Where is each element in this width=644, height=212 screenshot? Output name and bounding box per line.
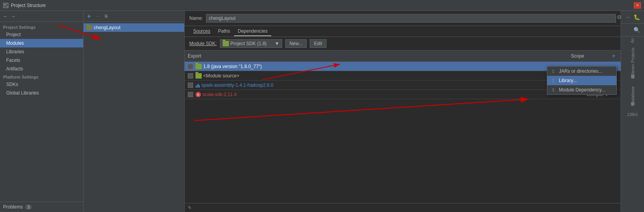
context-menu-item-jars[interactable]: 1 JARs or directories... [547, 67, 616, 76]
add-dep-button[interactable]: + [610, 52, 618, 60]
bug-icon[interactable]: 🐛 [632, 12, 642, 22]
spark-icon [195, 83, 200, 88]
sdk-bar: Module SDK: Project SDK (1.8) ▼ New... E… [185, 37, 621, 51]
menu-num-1: 1 [552, 69, 557, 74]
module-source-icon [195, 73, 202, 79]
svg-rect-3 [4, 6, 5, 7]
name-input[interactable] [206, 14, 616, 23]
database-tab[interactable]: Database [629, 83, 637, 108]
sidebar-item-global-libraries[interactable]: Global Libraries [0, 89, 83, 97]
partial-text-chinese: 目的是 [628, 80, 637, 83]
menu-num-2: 2 [552, 78, 557, 83]
close-button[interactable]: ✕ [634, 2, 641, 9]
module-sdk-label: Module SDK: [189, 41, 217, 46]
sidebar-item-artifacts[interactable]: Artifacts [0, 65, 83, 73]
sidebar-item-libraries[interactable]: Libraries [0, 47, 83, 56]
problems-badge: 3 [25, 205, 32, 210]
sidebar-item-modules[interactable]: Modules [0, 39, 83, 47]
menu-label-module-dep: Module Dependency... [559, 87, 605, 93]
svg-rect-1 [4, 4, 6, 5]
deps-header: Export Scope + [185, 51, 621, 62]
search-area: 🔍 [621, 24, 644, 37]
tab-paths[interactable]: Paths [214, 27, 234, 36]
dep-name-scala: scala-sdk-2.11.4 [202, 92, 586, 97]
scope-header: Scope [571, 53, 610, 59]
detail-tabs: Sources Paths Dependencies [185, 26, 621, 37]
copy-module-button[interactable]: ⎘ [103, 13, 109, 19]
title-bar: Project Structure ✕ [0, 0, 644, 11]
sidebar-item-sdks[interactable]: SDKs [0, 80, 83, 89]
project-settings-header: Project Settings [0, 23, 83, 30]
dep-checkbox-jdk[interactable] [188, 64, 193, 69]
arrow-icon[interactable]: → [623, 12, 632, 22]
tree-toolbar: + − ⎘ [84, 11, 184, 22]
problems-label: Problems [3, 204, 23, 210]
window-title: Project Structure [11, 3, 634, 8]
sidebar-item-facets[interactable]: Facets [0, 56, 83, 65]
tab-dependencies[interactable]: Dependencies [234, 27, 272, 36]
sdk-dropdown-arrow: ▼ [275, 41, 279, 46]
sdk-dropdown[interactable]: Project SDK (1.8) ▼ [220, 39, 282, 48]
dep-checkbox-module-source[interactable] [188, 73, 193, 79]
edit-sdk-button[interactable]: Edit [310, 39, 326, 48]
tab-sources[interactable]: Sources [189, 27, 214, 36]
edit-area: ✎ [185, 203, 621, 212]
scala-icon [195, 92, 201, 97]
detail-header: Name: [185, 11, 621, 26]
right-outer-panel: ⚙ → 🐛 🔍 An Maven Projects 目的是 Database 以… [621, 11, 644, 212]
add-module-button[interactable]: + [86, 13, 92, 19]
sidebar-toolbar: ← → [0, 11, 83, 22]
jdk-folder-icon [195, 64, 202, 69]
detail-panel: Name: Sources Paths Dependencies Module … [185, 11, 621, 212]
sidebar: ← → Project Settings Project Modules Lib… [0, 11, 84, 212]
partial-text-num: 138e1 [626, 111, 640, 118]
right-panel-content: An Maven Projects 目的是 Database 以以通 138e1 [621, 37, 644, 212]
deps-container: Export Scope + 1.8 (java version "1.8.0_… [185, 51, 621, 203]
menu-num-3: 3 [552, 88, 557, 92]
back-button[interactable]: ← [2, 13, 9, 19]
partial-text-an: An [629, 37, 636, 44]
dep-name-spark: spark-assembly-1.4.1-hadoop2.6.0 [201, 82, 586, 88]
context-menu-item-library[interactable]: 2 Library... [547, 76, 616, 85]
export-header: Export [188, 53, 571, 59]
menu-label-jars: JARs or directories... [559, 68, 602, 74]
svg-rect-2 [6, 4, 7, 5]
tree-item-label: chengLayout [94, 25, 120, 30]
maven-projects-tab[interactable]: Maven Projects [629, 44, 637, 80]
window-controls: ✕ [634, 2, 641, 9]
dep-name-jdk: 1.8 (java version "1.8.0_77") [203, 64, 586, 69]
dep-checkbox-scala[interactable] [188, 92, 193, 97]
sidebar-nav: Project Settings Project Modules Librari… [0, 22, 83, 201]
folder-icon [87, 25, 92, 30]
sdk-value: Project SDK (1.8) [230, 41, 267, 46]
sidebar-problems[interactable]: Problems 3 [0, 201, 83, 212]
search-icon[interactable]: 🔍 [632, 25, 642, 35]
platform-settings-header: Platform Settings [0, 73, 83, 80]
app-icon [3, 3, 9, 8]
edit-icon[interactable]: ✎ [188, 205, 192, 210]
tree-item-chenglayout[interactable]: chengLayout [84, 23, 184, 32]
forward-button[interactable]: → [10, 13, 16, 19]
svg-rect-4 [6, 6, 7, 7]
remove-module-button[interactable]: − [94, 13, 101, 19]
new-sdk-button[interactable]: New... [285, 39, 307, 48]
sdk-folder-icon [223, 41, 229, 46]
partial-text-chinese2: 以以通 [628, 108, 637, 111]
tree-panel: + − ⎘ chengLayout [84, 11, 185, 212]
dep-checkbox-spark[interactable] [188, 82, 193, 88]
menu-label-library: Library... [559, 78, 577, 83]
name-label: Name: [189, 16, 203, 21]
tree-content: chengLayout [84, 22, 184, 212]
context-menu-item-module-dep[interactable]: 3 Module Dependency... [547, 85, 616, 95]
main-container: ← → Project Settings Project Modules Lib… [0, 11, 644, 212]
context-menu: 1 JARs or directories... 2 Library... 3 … [547, 66, 617, 95]
search-icon-area: ⚙ → 🐛 [621, 11, 644, 24]
gear-icon[interactable]: ⚙ [615, 12, 623, 22]
dep-name-module-source: <Module source> [203, 73, 586, 79]
sidebar-item-project[interactable]: Project [0, 30, 83, 39]
